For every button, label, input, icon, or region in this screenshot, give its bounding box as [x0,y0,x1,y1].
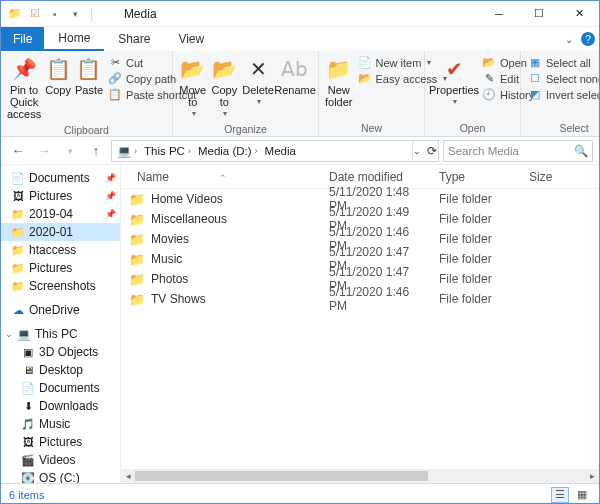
crumb-media-d[interactable]: Media (D:)› [195,145,262,157]
nav-item[interactable]: 🖼Pictures📌 [1,187,120,205]
nav-item[interactable]: 📄Documents📌 [1,169,120,187]
folder-icon: 📁 [11,244,25,257]
minimize-button[interactable]: ─ [479,1,519,27]
folder-icon: 📁 [129,232,145,247]
rename-button[interactable]: 𝖠𝖻 Rename [276,53,314,99]
copy-path-icon: 🔗 [108,72,122,85]
device-icon: 🖥 [21,364,35,376]
file-list[interactable]: Name⌃ Date modified Type Size 📁Home Vide… [121,165,599,483]
device-icon: 💽 [21,472,35,484]
nav-item[interactable]: 💽OS (C:) [1,469,120,483]
pin-icon: 📌 [105,173,116,183]
nav-item[interactable]: 🎬Videos [1,451,120,469]
qat-properties-icon[interactable]: ☑ [27,6,43,22]
tab-share[interactable]: Share [104,27,164,51]
nav-item[interactable]: ▣3D Objects [1,343,120,361]
paste-button[interactable]: 📋 Paste [73,53,105,99]
col-date[interactable]: Date modified [321,170,431,184]
device-icon: ⬇ [21,400,35,413]
scroll-thumb[interactable] [135,471,428,481]
col-type[interactable]: Type [431,170,521,184]
tab-home[interactable]: Home [44,27,104,51]
up-button[interactable]: ↑ [85,141,107,161]
recent-locations-button[interactable]: ▾ [59,141,81,161]
pin-icon: 📌 [105,191,116,201]
crumb-media[interactable]: Media [262,145,299,157]
nav-item[interactable]: 📁htaccess [1,241,120,259]
pin-quick-access-button[interactable]: 📌 Pin to Quick access [5,53,43,123]
folder-icon: 🖼 [11,190,25,202]
nav-item[interactable]: 📁2020-01 [1,223,120,241]
tab-file[interactable]: File [1,27,44,51]
folder-icon: 📁 [11,226,25,239]
refresh-icon[interactable]: ⟳ [427,144,437,158]
copy-icon: 📋 [46,56,71,82]
invert-selection-button[interactable]: ◩Invert selection [525,87,600,102]
rename-icon: 𝖠𝖻 [281,56,308,82]
folder-icon: 📁 [129,252,145,267]
ribbon: 📌 Pin to Quick access 📋 Copy 📋 Paste ✂Cu… [1,51,599,137]
table-row[interactable]: 📁TV Shows5/11/2020 1:46 PMFile folder [121,289,599,309]
history-icon: 🕘 [482,88,496,101]
qat-new-folder-icon[interactable]: ▪ [47,6,63,22]
large-icons-view-icon[interactable]: ▦ [573,487,591,503]
properties-button[interactable]: ✔ Properties▾ [429,53,479,110]
breadcrumb[interactable]: 💻› This PC› Media (D:)› Media ⌄⟳ [111,140,439,162]
scroll-left-icon[interactable]: ◂ [121,469,135,483]
folder-icon: 📁 [11,208,25,221]
group-label-organize: Organize [177,122,314,137]
pc-icon: 💻 [117,144,131,158]
qat-dropdown-icon[interactable]: ▾ [67,6,83,22]
device-icon: ▣ [21,346,35,359]
col-name[interactable]: Name⌃ [121,170,321,184]
nav-item[interactable]: 🖥Desktop [1,361,120,379]
scroll-right-icon[interactable]: ▸ [585,469,599,483]
nav-this-pc[interactable]: ⌄💻This PC [1,325,120,343]
move-to-button[interactable]: 📂 Move to▾ [177,53,209,122]
horizontal-scrollbar[interactable]: ◂ ▸ [121,469,599,483]
forward-button[interactable]: → [33,141,55,161]
address-bar: ← → ▾ ↑ 💻› This PC› Media (D:)› Media ⌄⟳… [1,137,599,165]
nav-onedrive[interactable]: ☁OneDrive [1,301,120,319]
select-all-button[interactable]: ▦Select all [525,55,600,70]
paste-icon: 📋 [76,56,101,82]
nav-item[interactable]: 📁2019-04📌 [1,205,120,223]
easy-access-icon: 📂 [358,72,372,85]
back-button[interactable]: ← [7,141,29,161]
group-label-select: Select [525,121,600,136]
close-button[interactable]: ✕ [559,1,599,27]
pin-icon: 📌 [12,56,37,82]
nav-item[interactable]: 📄Documents [1,379,120,397]
ribbon-collapse-icon[interactable]: ⌄ [559,34,579,45]
nav-item[interactable]: 📁Pictures [1,259,120,277]
details-view-icon[interactable]: ☰ [551,487,569,503]
delete-button[interactable]: ✕ Delete▾ [240,53,276,110]
folder-icon: 📁 [11,262,25,275]
open-icon: 📂 [482,56,496,69]
select-none-button[interactable]: ☐Select none [525,71,600,86]
tab-view[interactable]: View [164,27,218,51]
navigation-pane[interactable]: 📄Documents📌🖼Pictures📌📁2019-04📌📁2020-01📁h… [1,165,121,483]
nav-item[interactable]: 🎵Music [1,415,120,433]
crumb-this-pc[interactable]: This PC› [141,145,195,157]
new-folder-button[interactable]: 📁 New folder [323,53,355,111]
copy-button[interactable]: 📋 Copy [43,53,73,99]
help-icon[interactable]: ? [581,32,595,46]
addr-dropdown-icon[interactable]: ⌄ [413,146,421,156]
group-label-new: New [323,121,420,136]
device-icon: 🖼 [21,436,35,448]
new-folder-icon: 📁 [326,56,351,82]
folder-icon: 📁 [129,212,145,227]
window-title: Media [104,7,479,21]
nav-item[interactable]: 📁Screenshots [1,277,120,295]
chevron-down-icon[interactable]: ⌄ [5,329,13,339]
nav-item[interactable]: 🖼Pictures [1,433,120,451]
nav-item[interactable]: ⬇Downloads [1,397,120,415]
maximize-button[interactable]: ☐ [519,1,559,27]
search-icon: 🔍 [574,144,588,158]
col-size[interactable]: Size [521,170,599,184]
folder-icon: 📁 [129,292,145,307]
device-icon: 📄 [21,382,35,395]
copy-to-button[interactable]: 📂 Copy to▾ [209,53,241,122]
search-input[interactable]: Search Media 🔍 [443,140,593,162]
